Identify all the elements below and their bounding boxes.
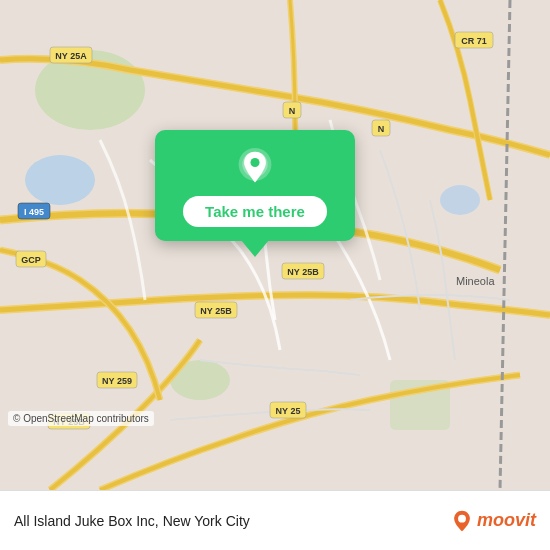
moovit-brand-text: moovit bbox=[477, 510, 536, 531]
svg-text:N: N bbox=[378, 124, 385, 134]
map-attribution: © OpenStreetMap contributors bbox=[8, 411, 154, 426]
svg-text:GCP: GCP bbox=[21, 255, 41, 265]
svg-text:CR 71: CR 71 bbox=[461, 36, 487, 46]
bottom-bar: All Island Juke Box Inc, New York City m… bbox=[0, 490, 550, 550]
svg-text:I 495: I 495 bbox=[24, 207, 44, 217]
svg-text:NY 25A: NY 25A bbox=[55, 51, 87, 61]
moovit-pin-icon bbox=[451, 510, 473, 532]
moovit-logo: moovit bbox=[451, 510, 536, 532]
svg-text:NY 259: NY 259 bbox=[102, 376, 132, 386]
svg-text:NY 25B: NY 25B bbox=[200, 306, 232, 316]
take-me-there-button[interactable]: Take me there bbox=[183, 196, 327, 227]
svg-point-33 bbox=[458, 514, 466, 522]
svg-text:Mineola: Mineola bbox=[456, 275, 495, 287]
map-container: NY 25A I 495 CR 71 NY 25B NY 25B NY 25B … bbox=[0, 0, 550, 490]
popup-card: Take me there bbox=[155, 130, 355, 241]
business-name: All Island Juke Box Inc, New York City bbox=[14, 513, 250, 529]
location-pin-icon bbox=[235, 148, 275, 188]
svg-point-4 bbox=[440, 185, 480, 215]
svg-point-32 bbox=[250, 158, 259, 167]
svg-text:NY 25B: NY 25B bbox=[287, 267, 319, 277]
svg-point-2 bbox=[25, 155, 95, 205]
svg-text:NY 25: NY 25 bbox=[276, 406, 301, 416]
svg-text:N: N bbox=[289, 106, 296, 116]
